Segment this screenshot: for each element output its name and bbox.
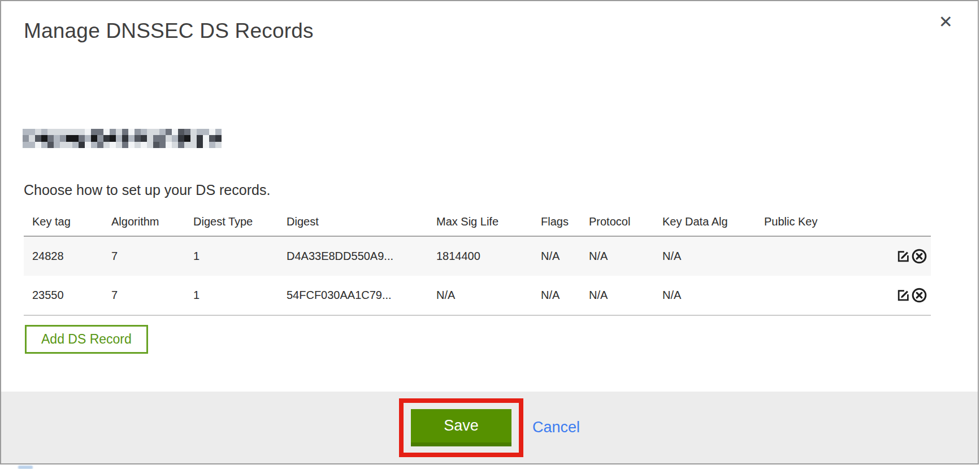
cell-public-key [756, 236, 855, 276]
cancel-link[interactable]: Cancel [532, 419, 580, 436]
column-header-actions [855, 208, 931, 236]
cell-key-tag: 24828 [24, 236, 103, 276]
cell-key-tag: 23550 [24, 276, 103, 315]
table-row: 23550 7 1 54FCF030AA1C79... N/A N/A N/A … [24, 276, 931, 315]
cell-key-data-alg: N/A [654, 276, 756, 315]
edit-record-icon[interactable] [896, 288, 911, 303]
column-header-key-data-alg: Key Data Alg [654, 208, 756, 236]
modal-footer: Save Cancel [1, 392, 978, 463]
column-header-flags: Flags [532, 208, 580, 236]
close-icon[interactable]: ✕ [939, 14, 953, 31]
cell-max-sig-life: 1814400 [428, 236, 532, 276]
column-header-public-key: Public Key [756, 208, 855, 236]
table-row: 24828 7 1 D4A33E8DD550A9... 1814400 N/A … [24, 236, 931, 276]
redacted-domain-name [23, 129, 222, 148]
column-header-digest-type: Digest Type [185, 208, 278, 236]
delete-record-icon[interactable] [911, 248, 927, 264]
background-page-artifact [18, 466, 33, 469]
cell-digest-type: 1 [185, 276, 278, 315]
cell-flags: N/A [532, 276, 580, 315]
column-header-algorithm: Algorithm [103, 208, 185, 236]
column-header-max-sig-life: Max Sig Life [428, 208, 532, 236]
dnssec-modal: ✕ Manage DNSSEC DS Records Choose how to… [0, 0, 979, 464]
column-header-key-tag: Key tag [24, 208, 103, 236]
cell-max-sig-life: N/A [428, 276, 532, 315]
cell-row-actions [855, 276, 931, 315]
cell-key-data-alg: N/A [654, 236, 756, 276]
cell-algorithm: 7 [103, 236, 185, 276]
cell-flags: N/A [532, 236, 580, 276]
cell-row-actions [855, 236, 931, 276]
cell-digest: 54FCF030AA1C79... [278, 276, 428, 315]
cell-protocol: N/A [580, 276, 654, 315]
edit-record-icon[interactable] [896, 249, 911, 264]
column-header-digest: Digest [278, 208, 428, 236]
cell-algorithm: 7 [103, 276, 185, 315]
save-button[interactable]: Save [411, 409, 511, 446]
delete-record-icon[interactable] [911, 287, 927, 303]
cell-public-key [756, 276, 855, 315]
instruction-text: Choose how to set up your DS records. [24, 182, 270, 198]
add-ds-record-button[interactable]: Add DS Record [25, 325, 148, 354]
page-title: Manage DNSSEC DS Records [24, 19, 314, 43]
column-header-protocol: Protocol [580, 208, 654, 236]
cell-digest-type: 1 [185, 236, 278, 276]
ds-records-table: Key tag Algorithm Digest Type Digest Max… [24, 208, 931, 316]
cell-protocol: N/A [580, 236, 654, 276]
table-header-row: Key tag Algorithm Digest Type Digest Max… [24, 208, 931, 236]
save-button-highlight-box: Save [399, 398, 523, 457]
cell-digest: D4A33E8DD550A9... [278, 236, 428, 276]
